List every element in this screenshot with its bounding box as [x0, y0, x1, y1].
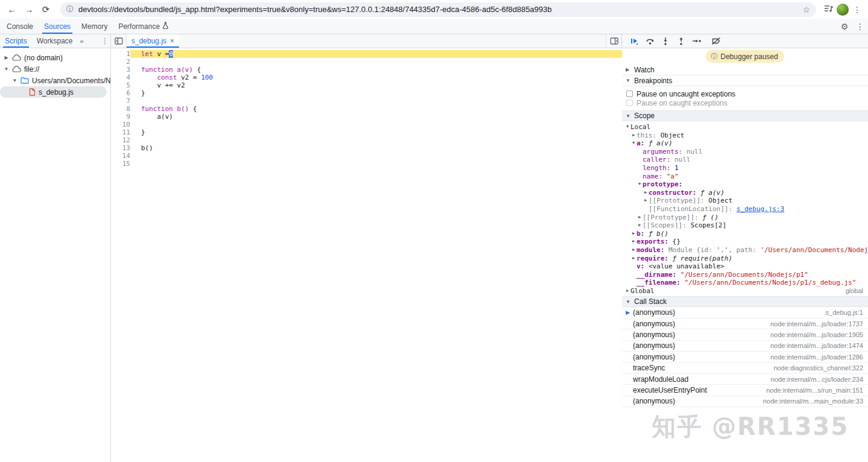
code-line[interactable]: 6}: [111, 89, 622, 97]
tab-console[interactable]: Console: [1, 19, 39, 34]
profile-avatar[interactable]: [837, 4, 849, 16]
call-stack-frame[interactable]: wrapModuleLoadnode:internal/m...cjs/load…: [622, 374, 868, 385]
line-number: 11: [111, 128, 130, 136]
tree-item-label: s_debug.js: [39, 88, 74, 97]
call-stack-frame[interactable]: traceSyncnode:diagnostics_channel:322: [622, 362, 868, 373]
pause-caught-exceptions-row[interactable]: Pause on caught exceptions: [622, 98, 868, 107]
navigator-more-icon[interactable]: ⋮: [99, 34, 110, 48]
code-line[interactable]: 3function a(v) {: [111, 66, 622, 74]
frame-name: (anonymous): [633, 341, 675, 350]
call-stack-frame[interactable]: executeUserEntryPointnode:internal/m...s…: [622, 385, 868, 396]
resume-script-icon[interactable]: [627, 35, 641, 47]
scope-row[interactable]: ▶require: ƒ require(path): [622, 255, 868, 263]
scope-value: ƒ (): [702, 214, 719, 222]
step-over-icon[interactable]: [643, 35, 657, 47]
code-line[interactable]: 4 const v2 = 100: [111, 74, 622, 81]
code-line[interactable]: 7: [111, 97, 622, 105]
scope-row[interactable]: ▶[[Scopes]]: Scopes[2]: [622, 221, 868, 230]
code-editor[interactable]: 1let v =023function a(v) {4 const v2 = 1…: [111, 48, 622, 462]
call-stack-frame[interactable]: ▶(anonymous)s_debug.js:1: [622, 307, 868, 318]
browser-menu-icon[interactable]: ⋮: [851, 5, 863, 14]
checkbox-uncaught[interactable]: [626, 90, 633, 97]
tree-item-file-[interactable]: ▼file://: [0, 63, 110, 75]
scope-row[interactable]: ▼prototype:: [622, 180, 868, 189]
scope-row[interactable]: ▶[[Prototype]]: ƒ (): [622, 214, 868, 222]
tab-performance[interactable]: Performance: [113, 19, 174, 34]
section-watch[interactable]: ▶ Watch: [622, 65, 868, 75]
pause-uncaught-exceptions-row[interactable]: Pause on uncaught exceptions: [622, 89, 868, 98]
tree-item--no-domain-[interactable]: ▶(no domain): [0, 52, 110, 63]
step-icon[interactable]: [690, 35, 704, 47]
devtools-settings-gear-icon[interactable]: ⚙: [837, 19, 852, 34]
tree-item-users-ann-documents-n-[interactable]: ▼Users/ann/Documents/N...: [0, 75, 110, 86]
forward-icon[interactable]: →: [22, 2, 36, 17]
section-scope[interactable]: ▼ Scope: [622, 110, 868, 121]
scope-row[interactable]: ▶exports: {}: [622, 238, 868, 246]
toggle-debugger-sidebar-icon[interactable]: [606, 34, 621, 48]
code-line[interactable]: 12: [111, 136, 622, 144]
call-stack-frame[interactable]: (anonymous)node:internal/m...js/loader:1…: [622, 352, 868, 362]
step-into-icon[interactable]: [658, 35, 673, 47]
tab-workspace[interactable]: Workspace: [32, 34, 78, 48]
close-tab-icon[interactable]: ×: [170, 37, 174, 45]
toggle-navigator-icon[interactable]: [111, 34, 127, 48]
section-call-stack[interactable]: ▼ Call Stack: [622, 296, 868, 307]
scope-row[interactable]: ▶[[Prototype]]: Object: [622, 197, 868, 205]
code-line[interactable]: 11}: [111, 128, 622, 136]
code-line[interactable]: 5 v += v2: [111, 81, 622, 89]
scope-key: length:: [643, 164, 675, 172]
code-line[interactable]: 14: [111, 152, 622, 160]
scope-row[interactable]: __filename: "/Users/ann/Documents/Nodejs…: [622, 279, 868, 287]
call-stack-frame[interactable]: (anonymous)node:internal/m...js/loader:1…: [622, 329, 868, 340]
browser-toolbar: ← → ⟳ ⓘ devtools://devtools/bundled/js_a…: [0, 0, 868, 19]
scope-row[interactable]: v: <value unavailable>: [622, 262, 868, 271]
call-stack-frame[interactable]: (anonymous)node:internal/m...js/loader:1…: [622, 341, 868, 352]
function-location-link[interactable]: s_debug.js:3: [737, 205, 784, 214]
url-text[interactable]: devtools://devtools/bundled/js_app.html?…: [78, 5, 797, 14]
url-bar[interactable]: ⓘ devtools://devtools/bundled/js_app.htm…: [60, 2, 816, 17]
call-stack-frame[interactable]: (anonymous)node:internal/m...main_module…: [622, 396, 868, 407]
tab-scripts[interactable]: Scripts: [0, 34, 32, 48]
line-number: 10: [111, 121, 130, 128]
section-breakpoints[interactable]: ▼ Breakpoints: [622, 75, 868, 86]
code-line[interactable]: 1let v =0: [111, 50, 622, 58]
code-line[interactable]: 13b(): [111, 144, 622, 152]
devtools-menu-icon[interactable]: ⋮: [852, 19, 868, 34]
scope-row[interactable]: ▼Local: [622, 123, 868, 131]
tab-sources[interactable]: Sources: [39, 19, 76, 34]
deactivate-breakpoints-icon[interactable]: [709, 35, 723, 47]
scope-row[interactable]: arguments: null: [622, 148, 868, 156]
code-line[interactable]: 10: [111, 121, 622, 128]
line-content: }: [130, 89, 622, 97]
code-line[interactable]: 9 a(v): [111, 113, 622, 121]
scope-row[interactable]: ▶b: ƒ b(): [622, 230, 868, 238]
scope-row[interactable]: ▶constructor: ƒ a(v): [622, 189, 868, 197]
scope-row[interactable]: [[FunctionLocation]]: s_debug.js:3: [622, 205, 868, 214]
code-line[interactable]: 15: [111, 160, 622, 168]
scope-row[interactable]: ▶Globalglobal: [622, 287, 868, 296]
scope-row[interactable]: caller: null: [622, 156, 868, 164]
reload-icon[interactable]: ⟳: [39, 2, 53, 17]
more-tabs-icon[interactable]: »: [78, 34, 86, 48]
code-line[interactable]: 2: [111, 58, 622, 66]
watermark: 知乎 @RR1335: [652, 410, 849, 443]
page-info-icon[interactable]: ⓘ: [66, 4, 74, 14]
scope-key: [[FunctionLocation]]:: [649, 205, 737, 214]
scope-row[interactable]: name: "a": [622, 172, 868, 181]
tab-memory[interactable]: Memory: [76, 19, 113, 34]
checkbox-caught[interactable]: [626, 100, 633, 106]
scope-row[interactable]: __dirname: "/Users/ann/Documents/Nodejs/…: [622, 271, 868, 279]
code-line[interactable]: 8function b() {: [111, 105, 622, 113]
frame-name: executeUserEntryPoint: [633, 386, 707, 394]
tree-item-s-debug-js[interactable]: s_debug.js: [0, 86, 107, 98]
back-icon[interactable]: ←: [5, 2, 19, 17]
step-out-icon[interactable]: [674, 35, 688, 47]
bookmark-star-icon[interactable]: ☆: [802, 5, 810, 14]
media-controls-icon[interactable]: [823, 4, 834, 16]
scope-row[interactable]: ▶this: Object: [622, 131, 868, 140]
scope-row[interactable]: length: 1: [622, 164, 868, 172]
scope-row[interactable]: ▼a: ƒ a(v): [622, 139, 868, 148]
editor-tab-s-debug[interactable]: s_debug.js ×: [127, 34, 179, 48]
scope-row[interactable]: ▶module: Module {id: '.', path: '/Users/…: [622, 246, 868, 255]
call-stack-frame[interactable]: (anonymous)node:internal/m...js/loader:1…: [622, 318, 868, 329]
